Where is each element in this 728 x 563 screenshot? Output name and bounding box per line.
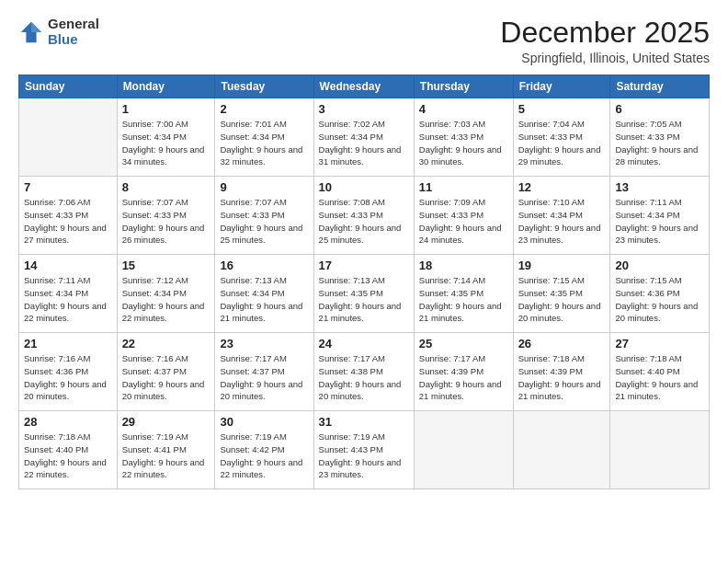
page: General Blue December 2025 Springfield, …	[0, 0, 728, 563]
logo-blue: Blue	[48, 32, 99, 48]
day-info: Sunrise: 7:19 AMSunset: 4:43 PMDaylight:…	[319, 431, 409, 481]
day-info: Sunrise: 7:00 AMSunset: 4:34 PMDaylight:…	[122, 118, 210, 168]
table-row: 14Sunrise: 7:11 AMSunset: 4:34 PMDayligh…	[19, 255, 118, 333]
col-friday: Friday	[513, 75, 610, 98]
day-number: 1	[122, 102, 210, 116]
logo-icon	[18, 19, 44, 45]
day-info: Sunrise: 7:13 AMSunset: 4:34 PMDaylight:…	[220, 274, 308, 325]
day-number: 3	[319, 102, 409, 116]
col-tuesday: Tuesday	[215, 75, 313, 98]
calendar-header-row: Sunday Monday Tuesday Wednesday Thursday…	[19, 75, 710, 98]
day-info: Sunrise: 7:04 AMSunset: 4:33 PMDaylight:…	[518, 118, 606, 168]
day-info: Sunrise: 7:07 AMSunset: 4:33 PMDaylight:…	[220, 196, 308, 247]
calendar-table: Sunday Monday Tuesday Wednesday Thursday…	[18, 75, 710, 489]
day-info: Sunrise: 7:13 AMSunset: 4:35 PMDaylight:…	[319, 274, 409, 325]
day-info: Sunrise: 7:17 AMSunset: 4:37 PMDaylight:…	[220, 352, 308, 403]
day-info: Sunrise: 7:07 AMSunset: 4:33 PMDaylight:…	[122, 196, 210, 247]
day-number: 5	[518, 102, 606, 116]
day-info: Sunrise: 7:10 AMSunset: 4:34 PMDaylight:…	[518, 196, 606, 247]
day-info: Sunrise: 7:17 AMSunset: 4:39 PMDaylight:…	[419, 352, 508, 403]
day-number: 19	[518, 259, 606, 272]
table-row: 11Sunrise: 7:09 AMSunset: 4:33 PMDayligh…	[414, 177, 513, 255]
table-row: 8Sunrise: 7:07 AMSunset: 4:33 PMDaylight…	[117, 177, 215, 255]
day-number: 18	[419, 259, 508, 272]
table-row: 6Sunrise: 7:05 AMSunset: 4:33 PMDaylight…	[610, 98, 710, 177]
day-info: Sunrise: 7:19 AMSunset: 4:41 PMDaylight:…	[122, 431, 210, 481]
table-row: 29Sunrise: 7:19 AMSunset: 4:41 PMDayligh…	[117, 411, 215, 489]
table-row: 25Sunrise: 7:17 AMSunset: 4:39 PMDayligh…	[414, 333, 513, 411]
table-row: 19Sunrise: 7:15 AMSunset: 4:35 PMDayligh…	[513, 255, 610, 333]
col-thursday: Thursday	[414, 75, 513, 98]
day-info: Sunrise: 7:05 AMSunset: 4:33 PMDaylight:…	[615, 118, 704, 168]
day-number: 11	[419, 180, 508, 194]
day-info: Sunrise: 7:02 AMSunset: 4:34 PMDaylight:…	[319, 118, 409, 168]
day-info: Sunrise: 7:03 AMSunset: 4:33 PMDaylight:…	[419, 118, 508, 168]
day-info: Sunrise: 7:15 AMSunset: 4:35 PMDaylight:…	[518, 274, 606, 325]
table-row: 15Sunrise: 7:12 AMSunset: 4:34 PMDayligh…	[117, 255, 215, 333]
day-info: Sunrise: 7:16 AMSunset: 4:37 PMDaylight:…	[122, 352, 210, 403]
table-row: 13Sunrise: 7:11 AMSunset: 4:34 PMDayligh…	[610, 177, 710, 255]
table-row: 10Sunrise: 7:08 AMSunset: 4:33 PMDayligh…	[313, 177, 414, 255]
calendar-week-row: 7Sunrise: 7:06 AMSunset: 4:33 PMDaylight…	[19, 177, 710, 255]
day-info: Sunrise: 7:09 AMSunset: 4:33 PMDaylight:…	[419, 196, 508, 247]
col-sunday: Sunday	[19, 75, 118, 98]
logo-text: General Blue	[48, 17, 99, 47]
day-info: Sunrise: 7:18 AMSunset: 4:40 PMDaylight:…	[615, 352, 704, 403]
calendar-week-row: 14Sunrise: 7:11 AMSunset: 4:34 PMDayligh…	[19, 255, 710, 333]
table-row: 27Sunrise: 7:18 AMSunset: 4:40 PMDayligh…	[610, 333, 710, 411]
table-row: 12Sunrise: 7:10 AMSunset: 4:34 PMDayligh…	[513, 177, 610, 255]
table-row: 3Sunrise: 7:02 AMSunset: 4:34 PMDaylight…	[313, 98, 414, 177]
table-row: 26Sunrise: 7:18 AMSunset: 4:39 PMDayligh…	[513, 333, 610, 411]
day-info: Sunrise: 7:08 AMSunset: 4:33 PMDaylight:…	[319, 196, 409, 247]
day-number: 8	[122, 180, 210, 194]
day-number: 6	[615, 102, 704, 116]
table-row: 7Sunrise: 7:06 AMSunset: 4:33 PMDaylight…	[19, 177, 118, 255]
col-saturday: Saturday	[610, 75, 710, 98]
day-number: 26	[518, 337, 606, 350]
table-row	[513, 411, 610, 489]
table-row: 17Sunrise: 7:13 AMSunset: 4:35 PMDayligh…	[313, 255, 414, 333]
day-info: Sunrise: 7:01 AMSunset: 4:34 PMDaylight:…	[220, 118, 308, 168]
day-number: 16	[220, 259, 308, 272]
table-row	[414, 411, 513, 489]
table-row: 5Sunrise: 7:04 AMSunset: 4:33 PMDaylight…	[513, 98, 610, 177]
day-number: 23	[220, 337, 308, 350]
table-row: 4Sunrise: 7:03 AMSunset: 4:33 PMDaylight…	[414, 98, 513, 177]
day-number: 31	[319, 415, 409, 429]
col-wednesday: Wednesday	[313, 75, 414, 98]
day-number: 22	[122, 337, 210, 350]
table-row: 20Sunrise: 7:15 AMSunset: 4:36 PMDayligh…	[610, 255, 710, 333]
table-row: 2Sunrise: 7:01 AMSunset: 4:34 PMDaylight…	[215, 98, 313, 177]
day-number: 20	[615, 259, 704, 272]
day-number: 30	[220, 415, 308, 429]
calendar-week-row: 1Sunrise: 7:00 AMSunset: 4:34 PMDaylight…	[19, 98, 710, 177]
table-row: 21Sunrise: 7:16 AMSunset: 4:36 PMDayligh…	[19, 333, 118, 411]
header: General Blue December 2025 Springfield, …	[18, 17, 710, 65]
day-info: Sunrise: 7:19 AMSunset: 4:42 PMDaylight:…	[220, 431, 308, 481]
day-info: Sunrise: 7:11 AMSunset: 4:34 PMDaylight:…	[615, 196, 704, 247]
table-row	[19, 98, 118, 177]
main-title: December 2025	[500, 17, 710, 49]
subtitle: Springfield, Illinois, United States	[500, 51, 710, 65]
day-number: 14	[24, 259, 112, 272]
day-info: Sunrise: 7:12 AMSunset: 4:34 PMDaylight:…	[122, 274, 210, 325]
day-number: 28	[24, 415, 112, 429]
svg-marker-1	[31, 21, 41, 31]
day-number: 2	[220, 102, 308, 116]
day-info: Sunrise: 7:18 AMSunset: 4:39 PMDaylight:…	[518, 352, 606, 403]
table-row: 24Sunrise: 7:17 AMSunset: 4:38 PMDayligh…	[313, 333, 414, 411]
day-number: 13	[615, 180, 704, 194]
table-row: 9Sunrise: 7:07 AMSunset: 4:33 PMDaylight…	[215, 177, 313, 255]
day-number: 7	[24, 180, 112, 194]
day-number: 15	[122, 259, 210, 272]
table-row: 16Sunrise: 7:13 AMSunset: 4:34 PMDayligh…	[215, 255, 313, 333]
logo-general: General	[48, 17, 99, 32]
table-row: 23Sunrise: 7:17 AMSunset: 4:37 PMDayligh…	[215, 333, 313, 411]
day-info: Sunrise: 7:15 AMSunset: 4:36 PMDaylight:…	[615, 274, 704, 325]
day-number: 4	[419, 102, 508, 116]
col-monday: Monday	[117, 75, 215, 98]
day-number: 24	[319, 337, 409, 350]
logo: General Blue	[18, 17, 99, 47]
day-number: 25	[419, 337, 508, 350]
table-row: 22Sunrise: 7:16 AMSunset: 4:37 PMDayligh…	[117, 333, 215, 411]
